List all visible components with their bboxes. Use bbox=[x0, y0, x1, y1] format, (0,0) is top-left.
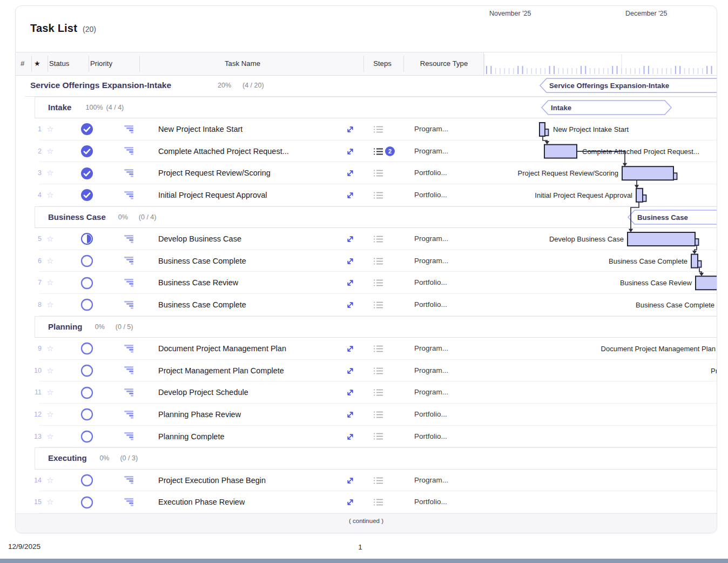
task-name: Develop Business Case bbox=[158, 228, 241, 250]
steps-count-badge: 2 bbox=[385, 146, 395, 156]
task-row: 15☆Execution Phase ReviewPortfolio... bbox=[16, 491, 717, 513]
priority-cell bbox=[123, 432, 134, 441]
expand-row-icon bbox=[346, 235, 354, 243]
task-row: 10☆Project Management Plan CompleteProgr… bbox=[16, 360, 717, 382]
task-name: Business Case Complete bbox=[158, 294, 246, 316]
task-name: Project Request Review/Scoring bbox=[158, 162, 271, 184]
steps-list-icon bbox=[373, 301, 383, 309]
task-row: 6☆Business Case CompleteProgram... bbox=[16, 250, 717, 272]
row-number: 12 bbox=[25, 404, 42, 426]
expand-cell bbox=[346, 433, 354, 441]
steps-list-icon bbox=[373, 498, 383, 506]
status-not-started-icon bbox=[80, 496, 93, 509]
priority-icon bbox=[123, 345, 134, 353]
resource-type: Program... bbox=[414, 338, 448, 360]
row-number: 5 bbox=[25, 228, 42, 250]
phase-top-border bbox=[35, 316, 717, 317]
row-number: 4 bbox=[25, 184, 42, 206]
star-icon: ☆ bbox=[46, 272, 53, 294]
month-label-november: November '25 bbox=[489, 6, 531, 19]
expand-row-icon bbox=[346, 301, 354, 309]
status-not-started-icon bbox=[80, 277, 93, 290]
steps-list-icon bbox=[373, 148, 383, 156]
status-done-icon bbox=[80, 123, 93, 136]
steps-list-icon bbox=[373, 191, 383, 199]
expand-row-icon bbox=[346, 411, 354, 419]
star-icon: ☆ bbox=[46, 404, 53, 426]
expand-row-icon bbox=[346, 345, 354, 353]
task-row: 2☆Complete Attached Project Request...2P… bbox=[16, 140, 717, 163]
steps-cell bbox=[373, 294, 383, 316]
phase-progress-ratio: (4 / 4) bbox=[106, 97, 124, 119]
status-cell bbox=[80, 430, 93, 443]
phase-indent-border bbox=[35, 206, 35, 229]
resource-type: Portfolio... bbox=[414, 426, 447, 448]
phase-top-border bbox=[35, 447, 717, 448]
resource-type: Program... bbox=[414, 381, 448, 404]
row-number: 1 bbox=[25, 118, 42, 140]
phase-name: Business Case bbox=[48, 206, 106, 229]
expand-row-icon bbox=[346, 367, 354, 375]
priority-cell bbox=[123, 476, 134, 485]
priority-icon bbox=[123, 147, 134, 156]
phase-percent: 0% bbox=[95, 316, 105, 338]
star-icon: ☆ bbox=[46, 360, 53, 382]
steps-list-icon bbox=[373, 345, 383, 353]
phase-row: Business Case0%(0 / 4) bbox=[16, 206, 717, 229]
task-row: 9☆Document Project Management PlanProgra… bbox=[16, 338, 717, 360]
priority-icon bbox=[123, 279, 134, 287]
expand-row-icon bbox=[346, 125, 354, 133]
star-icon: ☆ bbox=[46, 470, 53, 492]
star-icon: ☆ bbox=[46, 162, 53, 184]
status-not-started-icon bbox=[80, 298, 93, 311]
priority-icon bbox=[123, 257, 134, 265]
resource-type: Program... bbox=[414, 250, 448, 272]
status-not-started-icon bbox=[80, 342, 93, 355]
star-icon: ☆ bbox=[46, 184, 53, 206]
page-number: 1 bbox=[352, 543, 368, 551]
priority-icon bbox=[123, 301, 134, 310]
project-name: Service Offerings Expansion-Intake bbox=[30, 75, 171, 97]
phase-row: Planning0%(0 / 5) bbox=[16, 316, 717, 338]
expand-cell bbox=[346, 148, 354, 156]
star-icon: ☆ bbox=[46, 426, 53, 448]
expand-cell bbox=[346, 125, 354, 133]
expand-cell bbox=[346, 498, 354, 506]
status-cell bbox=[80, 496, 93, 509]
priority-cell bbox=[123, 169, 134, 178]
steps-cell bbox=[373, 250, 383, 272]
expand-row-icon bbox=[346, 433, 354, 441]
steps-list-icon bbox=[373, 279, 383, 287]
status-done-icon bbox=[80, 167, 93, 180]
task-name: Business Case Complete bbox=[158, 250, 246, 272]
project-percent: 20% bbox=[218, 75, 231, 97]
star-icon: ☆ bbox=[46, 118, 53, 140]
status-cell bbox=[80, 298, 93, 311]
priority-cell bbox=[123, 345, 134, 353]
continued-note: ( continued ) bbox=[16, 513, 717, 533]
priority-icon bbox=[123, 411, 134, 419]
expand-row-icon bbox=[346, 148, 354, 156]
phase-name: Executing bbox=[48, 447, 87, 470]
status-not-started-icon bbox=[80, 430, 93, 443]
page-date: 12/9/2025 bbox=[8, 542, 41, 551]
star-icon: ☆ bbox=[46, 338, 53, 360]
steps-cell bbox=[373, 404, 383, 426]
steps-list-icon bbox=[373, 257, 383, 265]
task-name: Execution Phase Review bbox=[158, 491, 245, 513]
status-cell bbox=[80, 189, 93, 202]
resource-type: Program... bbox=[414, 470, 448, 492]
priority-cell bbox=[123, 366, 134, 375]
expand-cell bbox=[346, 279, 354, 287]
rows-container: Service Offerings Expansion-Intake20%(4 … bbox=[16, 6, 717, 533]
status-not-started-icon bbox=[80, 408, 93, 421]
expand-cell bbox=[346, 301, 354, 309]
row-number: 13 bbox=[25, 426, 42, 448]
task-name: Develop Project Schedule bbox=[158, 381, 248, 404]
report-page: Task List (20) # ★ Status Priority Task … bbox=[0, 0, 728, 563]
star-icon: ☆ bbox=[46, 140, 53, 163]
steps-cell bbox=[373, 162, 383, 184]
row-number: 7 bbox=[25, 272, 42, 294]
status-cell bbox=[80, 386, 93, 399]
priority-cell bbox=[123, 279, 134, 287]
